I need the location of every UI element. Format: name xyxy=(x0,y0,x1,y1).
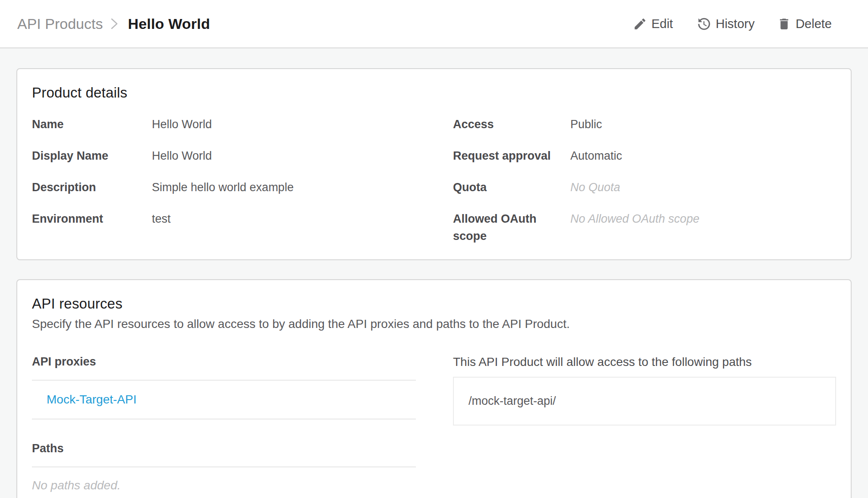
field-name: Name Hello World xyxy=(32,116,453,133)
api-resources-card: API resources Specify the API resources … xyxy=(16,279,852,498)
product-details-right-column: Access Public Request approval Automatic… xyxy=(453,116,836,245)
field-label: Quota xyxy=(453,179,570,196)
clock-history-icon xyxy=(695,16,711,32)
field-display-name: Display Name Hello World xyxy=(32,147,453,164)
allowed-paths-heading: This API Product will allow access to th… xyxy=(453,355,836,369)
field-value: Hello World xyxy=(152,147,212,164)
page-header: API Products Hello World Edit xyxy=(0,0,868,48)
allowed-paths-section: This API Product will allow access to th… xyxy=(453,355,836,498)
field-value: Hello World xyxy=(152,116,212,133)
field-value: Simple hello world example xyxy=(152,179,294,196)
api-proxies-section: API proxies Mock-Target-API Paths No pat… xyxy=(32,355,416,498)
product-details-grid: Name Hello World Display Name Hello Worl… xyxy=(32,116,836,245)
product-details-card: Product details Name Hello World Display… xyxy=(16,68,852,260)
trash-icon xyxy=(777,17,791,31)
divider xyxy=(32,466,416,467)
field-allowed-oauth-scope: Allowed OAuth scope No Allowed OAuth sco… xyxy=(453,210,836,245)
field-value: test xyxy=(152,210,171,227)
field-value-empty: No Allowed OAuth scope xyxy=(570,210,699,227)
breadcrumb-api-products-link[interactable]: API Products xyxy=(17,16,103,32)
field-label: Name xyxy=(32,116,152,133)
field-value-empty: No Quota xyxy=(570,179,620,196)
field-description: Description Simple hello world example xyxy=(32,179,453,196)
field-quota: Quota No Quota xyxy=(453,179,836,196)
api-proxies-label: API proxies xyxy=(32,355,416,369)
api-resources-subtitle: Specify the API resources to allow acces… xyxy=(32,317,836,331)
delete-button-label: Delete xyxy=(796,17,832,31)
divider xyxy=(32,419,416,419)
field-label: Allowed OAuth scope xyxy=(453,210,570,245)
breadcrumb: API Products Hello World xyxy=(17,16,210,32)
pencil-icon xyxy=(633,17,647,31)
api-resources-grid: API proxies Mock-Target-API Paths No pat… xyxy=(32,355,836,498)
field-label: Environment xyxy=(32,210,152,227)
field-label: Description xyxy=(32,179,152,196)
edit-button[interactable]: Edit xyxy=(633,17,673,31)
field-request-approval: Request approval Automatic xyxy=(453,147,836,164)
field-value: Automatic xyxy=(570,147,622,164)
delete-button[interactable]: Delete xyxy=(777,17,832,31)
edit-button-label: Edit xyxy=(651,17,673,31)
api-resources-title: API resources xyxy=(32,296,836,312)
product-details-title: Product details xyxy=(32,85,836,101)
product-details-left-column: Name Hello World Display Name Hello Worl… xyxy=(32,116,453,245)
history-button[interactable]: History xyxy=(695,16,755,32)
field-label: Access xyxy=(453,116,570,133)
field-label: Display Name xyxy=(32,147,152,164)
page-title: Hello World xyxy=(128,16,210,32)
allowed-path-item: /mock-target-api/ xyxy=(469,394,835,408)
field-label: Request approval xyxy=(453,147,570,164)
chevron-right-icon xyxy=(110,16,119,31)
proxy-link-mock-target-api[interactable]: Mock-Target-API xyxy=(32,381,416,419)
header-actions: Edit History Delete xyxy=(633,16,832,32)
field-value: Public xyxy=(570,116,602,133)
paths-empty-message: No paths added. xyxy=(32,479,416,498)
paths-label: Paths xyxy=(32,442,416,455)
allowed-paths-box: /mock-target-api/ xyxy=(453,377,836,426)
field-environment: Environment test xyxy=(32,210,453,227)
field-access: Access Public xyxy=(453,116,836,133)
main-content: Product details Name Hello World Display… xyxy=(0,48,868,498)
history-button-label: History xyxy=(716,17,755,31)
